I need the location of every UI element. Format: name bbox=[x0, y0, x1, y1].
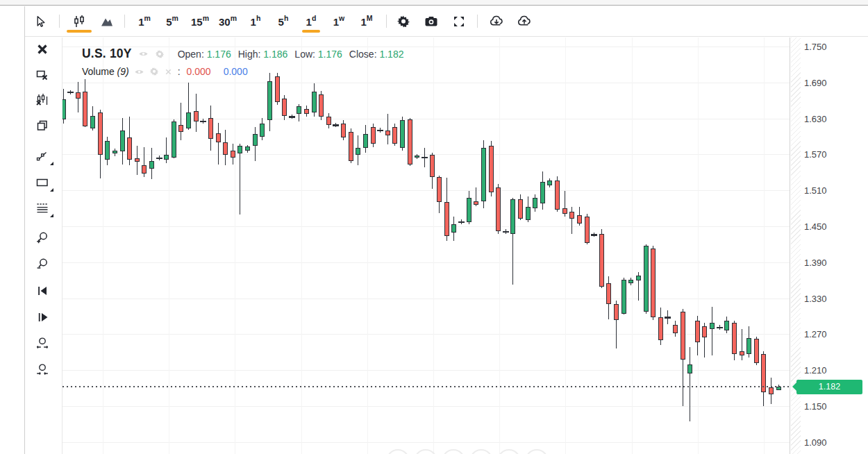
tool-dropdown-arrow-icon[interactable] bbox=[50, 162, 53, 165]
gridline bbox=[62, 442, 790, 443]
selected-underline bbox=[302, 30, 320, 33]
gridline bbox=[169, 37, 169, 454]
candle-wick bbox=[571, 207, 572, 235]
candle bbox=[481, 148, 486, 201]
candle bbox=[437, 177, 442, 202]
price-axis-label: 1.150 bbox=[804, 401, 827, 412]
candle bbox=[746, 338, 751, 354]
gridline bbox=[301, 37, 302, 454]
candle bbox=[260, 124, 265, 137]
candle bbox=[430, 155, 435, 177]
upload-button[interactable] bbox=[510, 8, 538, 35]
area-type-button[interactable] bbox=[93, 8, 121, 35]
eye-icon[interactable] bbox=[134, 67, 144, 77]
candle bbox=[186, 112, 191, 128]
interval-button-1w[interactable]: 1w bbox=[325, 8, 353, 35]
candle bbox=[90, 116, 95, 128]
price-axis-label: 1.570 bbox=[804, 149, 827, 160]
candle bbox=[585, 217, 590, 243]
candle bbox=[681, 312, 685, 359]
candle-wick bbox=[690, 347, 690, 421]
candle bbox=[112, 151, 117, 153]
candle bbox=[98, 112, 103, 155]
current-price-line bbox=[62, 386, 790, 387]
sidebar-tool-clone[interactable] bbox=[34, 117, 51, 134]
candlestick-type-button[interactable] bbox=[65, 8, 93, 35]
price-axis-label: 1.750 bbox=[804, 42, 827, 52]
interval-button-5m[interactable]: 5m bbox=[158, 8, 186, 35]
sidebar-tool-rectangle[interactable] bbox=[34, 174, 51, 191]
sidebar-tool-remove-indicators[interactable] bbox=[34, 91, 51, 108]
eye-icon[interactable] bbox=[138, 49, 149, 59]
volume-value-2: 0.000 bbox=[224, 66, 248, 77]
sidebar-tool-zoom-out[interactable] bbox=[34, 256, 51, 273]
cursor-tool-button[interactable] bbox=[26, 8, 54, 35]
candlestick-chart[interactable]: U.S. 10Y Open: 1.176High: 1.186Low: 1.17… bbox=[62, 37, 790, 454]
fullscreen-button[interactable] bbox=[445, 8, 473, 35]
candle bbox=[253, 134, 258, 146]
close-icon[interactable] bbox=[164, 67, 173, 76]
interval-button-1M[interactable]: 1M bbox=[353, 8, 381, 35]
symbol-title: U.S. 10Y bbox=[82, 47, 132, 61]
candle bbox=[577, 215, 582, 224]
candle bbox=[297, 106, 301, 114]
candle-wick bbox=[218, 123, 219, 165]
candle bbox=[422, 157, 428, 159]
candle bbox=[621, 280, 626, 314]
settings-button[interactable] bbox=[390, 8, 417, 35]
gridline bbox=[367, 37, 368, 454]
volume-separator: : bbox=[178, 66, 181, 77]
interval-button-15m[interactable]: 15m bbox=[186, 8, 214, 35]
candle bbox=[518, 199, 523, 219]
gridline bbox=[62, 406, 790, 407]
sidebar-tool-scroll-left[interactable] bbox=[34, 283, 51, 299]
candle bbox=[474, 201, 478, 205]
sidebar-tool-close[interactable] bbox=[34, 41, 51, 58]
drawing-tools-sidebar bbox=[25, 37, 62, 454]
candle bbox=[282, 99, 287, 116]
sidebar-tool-fib-lines[interactable] bbox=[34, 200, 51, 217]
candle bbox=[717, 327, 723, 329]
candle bbox=[267, 81, 272, 120]
candle bbox=[489, 146, 494, 192]
candle bbox=[547, 180, 552, 186]
candle bbox=[67, 92, 74, 94]
sidebar-tool-trendline[interactable] bbox=[34, 148, 51, 165]
candle bbox=[555, 180, 560, 210]
tool-dropdown-arrow-icon[interactable] bbox=[50, 214, 53, 217]
candle-wick bbox=[240, 144, 240, 215]
download-button[interactable] bbox=[483, 8, 510, 35]
interval-button-1h[interactable]: 1h bbox=[242, 8, 269, 35]
legend-high: High: 1.186 bbox=[238, 49, 288, 60]
interval-button-1m[interactable]: 1m bbox=[131, 8, 158, 35]
chart-main-area: U.S. 10Y Open: 1.176High: 1.186Low: 1.17… bbox=[25, 37, 868, 454]
gridline bbox=[62, 190, 790, 191]
candle bbox=[392, 127, 397, 144]
candle bbox=[687, 364, 692, 374]
sidebar-tool-zoom-in[interactable] bbox=[34, 230, 51, 246]
candle bbox=[275, 76, 280, 102]
candle bbox=[289, 116, 295, 118]
price-axis[interactable]: 1.7501.6901.6301.5701.5101.4501.3901.330… bbox=[791, 37, 868, 454]
sidebar-tool-deselect[interactable] bbox=[34, 67, 51, 83]
tool-dropdown-arrow-icon[interactable] bbox=[50, 188, 53, 192]
sidebar-tool-reset-zoom[interactable] bbox=[34, 362, 51, 378]
gridline bbox=[62, 370, 790, 371]
candle bbox=[149, 161, 154, 169]
gear-icon[interactable] bbox=[149, 67, 159, 76]
gear-icon[interactable] bbox=[155, 49, 165, 59]
interval-button-5h[interactable]: 5h bbox=[269, 8, 297, 35]
candle bbox=[562, 208, 567, 214]
candle bbox=[606, 283, 611, 304]
gridline bbox=[62, 299, 790, 299]
candle bbox=[194, 111, 199, 121]
candle bbox=[695, 321, 700, 342]
sidebar-tool-zoom-range[interactable] bbox=[34, 335, 51, 352]
sidebar-tool-scroll-right[interactable] bbox=[34, 309, 51, 326]
interval-button-30m[interactable]: 30m bbox=[214, 8, 242, 35]
camera-button[interactable] bbox=[417, 8, 445, 35]
candle bbox=[732, 323, 737, 354]
interval-button-1d[interactable]: 1d bbox=[297, 8, 325, 35]
candle bbox=[533, 198, 537, 209]
gridline bbox=[433, 37, 434, 454]
